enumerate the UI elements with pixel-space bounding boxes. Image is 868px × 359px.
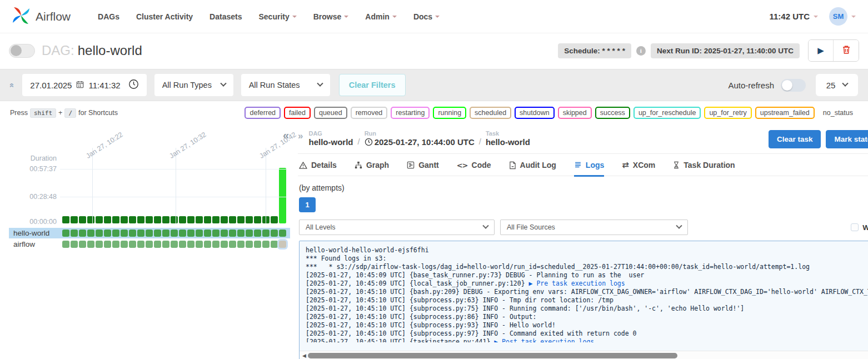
task-instance-cell[interactable] [162,241,169,248]
duration-bar[interactable] [79,216,86,223]
attempt-button-1[interactable]: 1 [299,197,316,212]
duration-bar[interactable] [71,216,78,223]
dag-pause-toggle[interactable] [9,44,35,58]
nav-item-docs[interactable]: Docs [413,12,440,21]
task-row-label[interactable]: airflow [9,240,62,248]
duration-bar[interactable] [112,216,119,223]
breadcrumb-task[interactable]: Task hello-world [486,130,530,147]
horizontal-scrollbar[interactable]: ◀ ▶ [300,351,868,359]
scrollbar-track[interactable] [308,353,868,358]
log-section-link[interactable]: ▶ Pre task execution logs [529,280,625,287]
scroll-left-arrow[interactable]: ◀ [301,353,308,358]
task-instance-cell[interactable] [204,230,211,237]
task-instance-cell[interactable] [121,241,128,248]
duration-bar[interactable] [154,216,161,223]
task-instance-cell[interactable] [87,241,94,248]
duration-bar[interactable] [212,216,220,223]
run-types-select[interactable]: All Run Types [154,74,233,96]
duration-bar[interactable] [187,216,194,223]
duration-bar[interactable] [221,216,228,223]
status-badge-success[interactable]: success [595,107,630,119]
status-badge-skipped[interactable]: skipped [558,107,592,119]
date-value[interactable]: 27.01.2025 [30,81,72,90]
task-instance-cell[interactable] [129,241,136,248]
airflow-logo[interactable]: Airflow [10,4,71,29]
task-instance-cell[interactable] [62,241,69,248]
task-instance-cell[interactable] [137,241,144,248]
status-badge-failed[interactable]: failed [284,107,311,119]
nav-item-admin[interactable]: Admin [365,12,397,21]
task-instance-cell[interactable] [137,230,144,237]
task-instance-cell[interactable] [79,241,86,248]
task-instance-cell[interactable] [62,230,69,237]
duration-bar[interactable] [129,216,136,223]
task-instance-cell[interactable] [237,241,245,248]
task-instance-cell[interactable] [187,241,194,248]
task-instance-cell[interactable] [229,241,236,248]
status-badge-queued[interactable]: queued [314,107,347,119]
status-badge-shutdown[interactable]: shutdown [515,107,555,119]
wrap-toggle[interactable]: Wrap [851,223,868,232]
wrap-checkbox[interactable] [851,223,859,231]
datetime-picker[interactable]: 27.01.2025 11:41:32 [22,74,146,96]
task-instance-cell[interactable] [96,230,103,237]
task-instance-cell[interactable] [146,241,153,248]
duration-bar[interactable] [237,216,245,223]
duration-bar[interactable] [171,216,178,223]
task-instance-cell[interactable] [212,241,220,248]
utc-clock[interactable]: 11:42 UTC [769,12,810,21]
task-instance-cell[interactable] [271,241,278,248]
duration-bar[interactable] [146,216,153,223]
duration-bar[interactable] [179,216,186,223]
duration-bar[interactable] [121,216,128,223]
status-badge-restarting[interactable]: restarting [391,107,430,119]
task-instance-cell[interactable] [204,241,211,248]
task-instance-cell[interactable] [179,230,186,237]
duration-bar[interactable] [229,216,236,223]
tab-code[interactable]: <>Code [457,160,491,176]
status-badge-deferred[interactable]: deferred [245,107,281,119]
run-states-select[interactable]: All Run States [241,74,330,96]
task-instance-cell[interactable] [237,230,245,237]
task-instance-cell[interactable] [71,230,78,237]
task-instance-cell[interactable] [262,230,270,237]
duration-bar[interactable] [246,216,253,223]
duration-bar[interactable] [62,216,69,223]
nav-item-dags[interactable]: DAGs [98,12,119,21]
duration-bar[interactable] [196,216,203,223]
log-section-link[interactable]: ▶ Post task execution logs [494,338,594,342]
time-value[interactable]: 11:41:32 [88,81,120,90]
status-badge-running[interactable]: running [433,107,466,119]
breadcrumb-run[interactable]: Run 2025-01-27, 10:44:00 UTC [365,130,475,147]
task-instance-cell[interactable] [254,230,261,237]
task-instance-cell[interactable] [154,241,161,248]
avatar[interactable]: SM [829,7,847,26]
duration-bar[interactable] [96,216,103,223]
duration-bar[interactable] [87,216,94,223]
page-size-select[interactable]: 25 [816,74,858,96]
task-instance-cell[interactable] [104,241,111,248]
nav-item-datasets[interactable]: Datasets [209,12,242,21]
duration-bar[interactable] [104,216,111,223]
tab-details[interactable]: Details [299,160,337,176]
collapse-grid-icon[interactable]: « [283,129,289,142]
task-instance-cell[interactable] [196,230,203,237]
info-icon[interactable]: i [636,46,646,56]
task-instance-cell[interactable] [104,230,111,237]
task-instance-cell[interactable] [187,230,194,237]
task-instance-cell[interactable] [87,230,94,237]
nav-item-cluster-activity[interactable]: Cluster Activity [136,12,193,21]
task-instance-cell[interactable] [171,230,178,237]
collapse-filters-icon[interactable]: « [8,83,17,87]
scrollbar-thumb[interactable] [308,353,677,358]
duration-bar[interactable] [137,216,144,223]
task-instance-cell[interactable] [246,230,253,237]
task-instance-cell[interactable] [71,241,78,248]
task-instance-cell[interactable] [262,241,270,248]
task-instance-cell[interactable] [129,230,136,237]
nav-item-browse[interactable]: Browse [313,12,349,21]
delete-dag-button[interactable] [834,40,859,61]
status-badge-removed[interactable]: removed [351,107,388,119]
tab-xcom[interactable]: ⇄XCom [622,160,655,176]
task-instance-cell[interactable] [79,230,86,237]
